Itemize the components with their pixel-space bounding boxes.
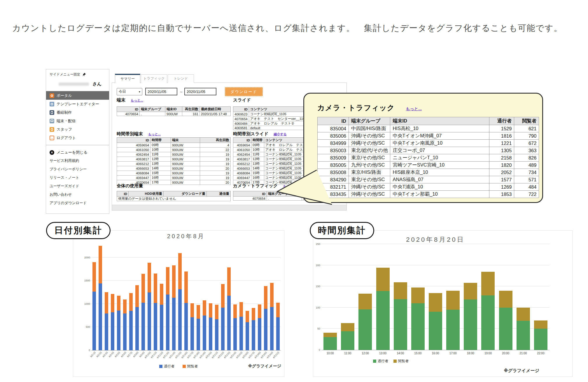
bar-segment-2	[184, 271, 188, 303]
table-cell: 4065212	[233, 162, 251, 166]
table-cell: 4069447	[233, 176, 251, 180]
bar-segment-1	[464, 299, 477, 350]
bar-segment-2	[148, 263, 151, 292]
bar-segment-2	[429, 293, 442, 312]
bar-segment-1	[499, 308, 512, 350]
sidebar-item[interactable]: ポータル	[46, 91, 109, 100]
bar-column	[232, 234, 238, 350]
column-header: ID	[117, 107, 140, 112]
section-title: 時間帯別端末	[117, 131, 143, 137]
table-cell: 4069447	[117, 176, 150, 180]
legend-item: 通行者	[159, 364, 174, 369]
table-cell: 14時	[251, 166, 264, 171]
bar-segment-1	[481, 295, 495, 350]
tanmatsu-table: ID端末グループ端末ID再生回数最終接続日時4070654.900UW16120…	[117, 106, 231, 116]
table-cell: 19	[200, 157, 231, 162]
sidebar-link[interactable]: アプリのダウンロード	[46, 199, 109, 207]
table-cell: 東京/HIS/路面	[349, 169, 390, 176]
table-cell: 4070654	[233, 197, 267, 201]
table-cell: 4061050	[233, 148, 251, 152]
x-tick: 17:00	[444, 350, 462, 356]
bar-column	[146, 234, 153, 350]
x-tick: 12:00	[356, 350, 374, 356]
shrink-link[interactable]: 縮小する	[274, 132, 287, 136]
legend-item: 閲覧者	[393, 359, 409, 364]
table-cell: 900UW	[171, 180, 200, 185]
table-cell: 11時	[150, 152, 171, 157]
table-row: 835008東京/HIS/路面HIS銀座本店_102052734	[318, 169, 539, 176]
popup-more-link[interactable]: もっと...	[406, 106, 422, 112]
popup-title: カメラ・トラフィック	[317, 103, 395, 113]
daily-chart: 2020年8月05001000150020008月1日8月2日8月3日8月4日8…	[73, 230, 284, 377]
sidebar-item[interactable]: ログアウト	[46, 134, 109, 142]
table-cell: 484	[514, 183, 539, 191]
bar-segment-1	[276, 317, 280, 350]
bar-segment-2	[264, 286, 267, 309]
more-link[interactable]: もっと...	[131, 98, 143, 103]
table-cell: 900UW	[171, 148, 200, 152]
staff-icon	[50, 127, 54, 132]
sidebar-link[interactable]: サービス利用規約	[46, 157, 109, 165]
date-to-input[interactable]: 2020/11/05	[184, 88, 216, 95]
y-tick-label: 0	[309, 348, 320, 351]
legend: 通行者閲覧者	[373, 359, 409, 364]
bar	[239, 302, 243, 350]
bar	[111, 294, 114, 350]
bar-segment-2	[203, 300, 206, 316]
bar-column	[339, 244, 356, 350]
table-cell: 東京/その他/SC	[349, 154, 390, 162]
bar-segment-1	[160, 305, 163, 350]
column-header: 通行者	[489, 117, 514, 125]
bar-segment-1	[429, 312, 442, 350]
bar-column	[244, 234, 250, 350]
table-row: 406105010時900UW22	[117, 148, 231, 152]
column-header: 再生回数	[200, 138, 231, 143]
bar-segment-1	[323, 337, 337, 350]
bar	[358, 294, 372, 350]
tab-1[interactable]: サマリー	[115, 74, 140, 83]
table-cell: 4070654	[233, 117, 249, 121]
section-title: 端末	[117, 97, 125, 103]
column-header: 閲覧者	[514, 117, 539, 125]
bar-segment-1	[233, 318, 237, 350]
x-tick: 8月1日	[91, 351, 97, 365]
sidebar-item-close-menu[interactable]: メニューを閉じる	[46, 148, 109, 157]
download-button[interactable]: ダウンロード	[225, 87, 262, 96]
date-from-input[interactable]: 2020/11/05	[145, 88, 177, 95]
sidebar-link[interactable]: ユーザーズガイド	[46, 182, 109, 190]
bar-segment-1	[92, 292, 96, 350]
table-cell: 363	[514, 147, 539, 154]
tab-2[interactable]: トラフィック	[141, 74, 167, 83]
sidebar-link[interactable]: プライバシーポリシー	[46, 165, 109, 174]
bar-segment-2	[221, 284, 225, 308]
plot-area: 0500100015002000	[91, 234, 281, 351]
x-tick: 10:00	[321, 350, 339, 356]
legend-item: 通行者	[373, 359, 388, 364]
bar	[105, 292, 108, 350]
sidebar-link[interactable]: お問い合わせ	[46, 190, 109, 199]
sidebar-item[interactable]: スタッフ	[46, 125, 109, 134]
period-select[interactable]: 今日 ▾	[117, 88, 142, 95]
sidebar-pin-row[interactable]: サイドメニュー固定	[46, 69, 109, 77]
y-tick-label: 150	[309, 285, 320, 288]
table-row: 4070654.900UW1612020/11/05 17:48	[117, 112, 231, 116]
table-cell: ニュージャパンT_10	[390, 154, 489, 162]
bar-column	[165, 234, 171, 350]
x-tick-label: 22:00	[537, 352, 544, 355]
legend-item: 閲覧者	[183, 364, 198, 369]
more-link[interactable]: もっと...	[148, 132, 161, 136]
sidebar-item[interactable]: 番組制作	[46, 108, 109, 117]
sidebar-link[interactable]: リリース・ノート	[46, 174, 109, 182]
sidebar-item-label: メニューを閉じる	[57, 150, 88, 155]
legend-swatch	[393, 360, 397, 363]
y-tick-label: 250	[309, 243, 320, 246]
sidebar-item[interactable]: 端末・配信	[46, 117, 109, 125]
popup-header: カメラ・トラフィック もっと...	[317, 103, 422, 113]
sidebar-item[interactable]: テンプレートエディター	[46, 100, 109, 108]
x-tick-label: 14:00	[397, 352, 404, 355]
legend-label: 通行者	[164, 364, 174, 369]
section-heading-zentai: 全体の使用量	[117, 183, 143, 189]
y-tick-label: 0	[79, 349, 90, 352]
bar-segment-1	[209, 318, 212, 350]
tab-3[interactable]: トレンド	[168, 74, 194, 83]
